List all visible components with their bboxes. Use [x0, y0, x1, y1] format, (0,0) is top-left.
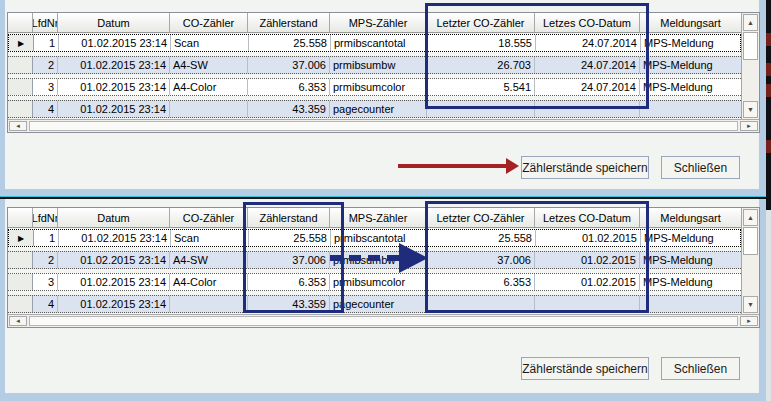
cell[interactable]: 6.353 [248, 274, 330, 290]
row-header-corner[interactable] [8, 13, 33, 32]
cell[interactable]: Scan [171, 230, 249, 246]
cell[interactable]: 4 [33, 101, 58, 117]
cell[interactable]: 3 [33, 274, 58, 290]
cell[interactable]: 01.02.2015 23:14 [58, 274, 170, 290]
cell[interactable]: prmibscantotal [331, 35, 428, 51]
cell[interactable] [640, 101, 741, 117]
col-header-zaehlerstand[interactable]: Zählerstand [248, 208, 330, 227]
cell[interactable]: 1 [34, 35, 59, 51]
cell[interactable] [427, 101, 535, 117]
table-row[interactable]: 2 01.02.2015 23:14 A4-SW 37.006 prmibsum… [8, 251, 741, 269]
col-header-letzter-co-zaehler[interactable]: Letzter CO-Zähler [427, 13, 535, 32]
cell[interactable]: 43.359 [248, 296, 330, 312]
row-selector[interactable] [8, 252, 33, 268]
vertical-scrollbar[interactable]: ▲ ▼ [741, 13, 759, 119]
cell[interactable]: A4-SW [170, 252, 248, 268]
table-row[interactable]: 3 01.02.2015 23:14 A4-Color 6.353 prmibs… [8, 78, 741, 96]
scroll-left-button[interactable]: ◄ [9, 121, 27, 131]
cell[interactable]: 37.006 [427, 252, 535, 268]
col-header-letzes-co-datum[interactable]: Letzes CO-Datum [535, 13, 640, 32]
cell[interactable] [170, 296, 248, 312]
close-button[interactable]: Schließen [661, 357, 740, 380]
cell[interactable]: 24.07.2014 [535, 57, 640, 73]
cell[interactable]: 01.02.2015 [535, 252, 640, 268]
col-header-meldungsart[interactable]: Meldungsart [640, 13, 741, 32]
cell[interactable]: 3 [33, 79, 58, 95]
cell[interactable]: prmibsumcolor [330, 274, 427, 290]
cell[interactable] [640, 296, 741, 312]
cell[interactable]: 43.359 [248, 101, 330, 117]
cell[interactable]: 01.02.2015 [536, 230, 641, 246]
cell[interactable]: 24.07.2014 [535, 79, 640, 95]
col-header-meldungsart[interactable]: Meldungsart [640, 208, 741, 227]
row-header-corner[interactable] [8, 208, 33, 227]
cell[interactable]: 1 [34, 230, 59, 246]
cell[interactable]: 6.353 [427, 274, 535, 290]
cell[interactable]: 2 [33, 252, 58, 268]
save-counters-button[interactable]: Zählerstände speichern [521, 156, 649, 179]
row-selector[interactable]: ▶ [9, 230, 34, 246]
cell[interactable]: MPS-Meldung [641, 230, 740, 246]
cell[interactable]: pagecounter [330, 101, 427, 117]
table-row[interactable]: 4 01.02.2015 23:14 43.359 pagecounter [8, 295, 741, 313]
cell[interactable]: 25.558 [249, 230, 331, 246]
cell[interactable]: prmibsumbw [330, 57, 427, 73]
col-header-co-zaehler[interactable]: CO-Zähler [170, 13, 248, 32]
cell[interactable]: prmibsumcolor [330, 79, 427, 95]
row-selector[interactable] [8, 274, 33, 290]
cell[interactable]: 01.02.2015 23:14 [59, 35, 171, 51]
scroll-left-button[interactable]: ◄ [9, 316, 27, 326]
scroll-right-button[interactable]: ► [740, 316, 758, 326]
row-selector[interactable] [8, 101, 33, 117]
scroll-down-button[interactable]: ▼ [743, 101, 758, 118]
cell[interactable]: 26.703 [427, 57, 535, 73]
cell[interactable] [535, 296, 640, 312]
cell[interactable]: 01.02.2015 23:14 [58, 252, 170, 268]
horizontal-scroll-thumb[interactable] [29, 316, 738, 326]
scroll-down-button[interactable]: ▼ [743, 296, 758, 313]
table-row[interactable]: ▶ 1 01.02.2015 23:14 Scan 25.558 prmibsc… [8, 34, 741, 52]
cell[interactable] [427, 296, 535, 312]
col-header-mps-zaehler[interactable]: MPS-Zähler [330, 13, 427, 32]
cell[interactable]: 01.02.2015 [535, 274, 640, 290]
cell[interactable]: 6.353 [248, 79, 330, 95]
vertical-scroll-track[interactable] [742, 60, 759, 100]
col-header-datum[interactable]: Datum [58, 13, 170, 32]
cell[interactable]: prmibsumbw [330, 252, 427, 268]
row-selector[interactable]: ▶ [9, 35, 34, 51]
cell[interactable]: 25.558 [428, 230, 536, 246]
close-button[interactable]: Schließen [661, 156, 740, 179]
col-header-zaehlerstand[interactable]: Zählerstand [248, 13, 330, 32]
col-header-datum[interactable]: Datum [58, 208, 170, 227]
scroll-up-button[interactable]: ▲ [743, 209, 758, 226]
col-header-letzter-co-zaehler[interactable]: Letzter CO-Zähler [427, 208, 535, 227]
cell[interactable]: MPS-Meldung [640, 252, 741, 268]
table-row[interactable]: 4 01.02.2015 23:14 43.359 pagecounter [8, 100, 741, 118]
cell[interactable]: A4-SW [170, 57, 248, 73]
horizontal-scrollbar[interactable]: ◄ ► [8, 314, 759, 327]
col-header-co-zaehler[interactable]: CO-Zähler [170, 208, 248, 227]
scroll-right-button[interactable]: ► [740, 121, 758, 131]
cell[interactable]: 18.555 [428, 35, 536, 51]
cell[interactable]: 01.02.2015 23:14 [59, 230, 171, 246]
cell[interactable]: pagecounter [330, 296, 427, 312]
col-header-lfdnr[interactable]: LfdNr [33, 13, 58, 32]
cell[interactable]: 37.006 [248, 252, 330, 268]
cell[interactable]: prmibscantotal [331, 230, 428, 246]
horizontal-scrollbar[interactable]: ◄ ► [8, 119, 759, 132]
cell[interactable]: A4-Color [170, 79, 248, 95]
cell[interactable]: 2 [33, 57, 58, 73]
vertical-scroll-thumb[interactable] [743, 32, 758, 60]
cell[interactable]: 5.541 [427, 79, 535, 95]
cell[interactable]: 01.02.2015 23:14 [58, 101, 170, 117]
col-header-lfdnr[interactable]: LfdNr [33, 208, 58, 227]
cell[interactable] [535, 101, 640, 117]
cell[interactable]: 01.02.2015 23:14 [58, 57, 170, 73]
cell[interactable] [170, 101, 248, 117]
cell[interactable]: 25.558 [249, 35, 331, 51]
horizontal-scroll-thumb[interactable] [29, 121, 738, 131]
table-row[interactable]: 3 01.02.2015 23:14 A4-Color 6.353 prmibs… [8, 273, 741, 291]
cell[interactable]: A4-Color [170, 274, 248, 290]
cell[interactable]: 4 [33, 296, 58, 312]
scroll-up-button[interactable]: ▲ [743, 14, 758, 31]
